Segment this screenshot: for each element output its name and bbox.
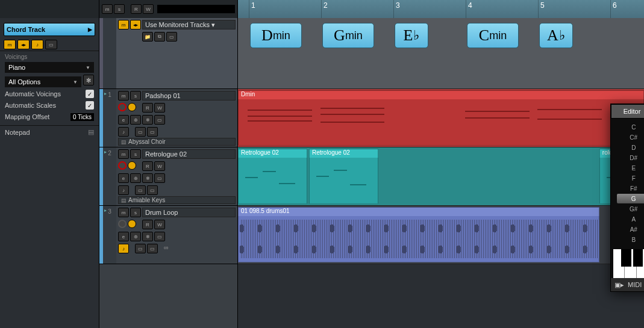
pad-button[interactable]: ▭ (147, 244, 158, 253)
chord-lane[interactable]: DminGminE♭CminA♭ (238, 18, 644, 89)
monitored-tracks-select[interactable]: Use Monitored Tracks ▾ (142, 20, 236, 29)
r-auto[interactable]: R (142, 161, 153, 171)
note-button[interactable]: ♪ (118, 244, 129, 253)
chord-cell[interactable]: A# (617, 224, 644, 234)
voicing-options-select[interactable]: All Options▼ (5, 76, 81, 87)
chord-event[interactable]: A♭ (539, 23, 573, 48)
track-monitor[interactable]: ◂▸ (130, 20, 141, 29)
w-auto[interactable]: W (154, 103, 165, 113)
auto-scales-checkbox[interactable]: ✓ (86, 101, 94, 110)
track-row[interactable]: ▸3 msDrum Loop RW e⊕❄▭ ♪▭▭∞ (99, 206, 237, 264)
r-auto[interactable]: R (142, 103, 153, 113)
edit-button[interactable]: e (118, 232, 129, 241)
mapping-offset-value[interactable]: 0 Ticks (70, 113, 94, 121)
clip-retro-1[interactable]: Retrologue 02 (238, 149, 307, 204)
voicing-preset-select[interactable]: Piano▼ (5, 62, 94, 73)
r-button[interactable]: R (131, 4, 142, 14)
inspector-track-name[interactable]: Chord Track ▶ (4, 23, 95, 36)
freeze-button[interactable]: ❄ (142, 232, 153, 241)
notepad-header: Notepad (5, 129, 30, 136)
lane-button[interactable]: ▭ (154, 173, 165, 183)
insert-name[interactable]: Abyssal Choir (118, 138, 236, 146)
w-button[interactable]: W (143, 4, 154, 14)
pad-button[interactable]: ▭ (147, 185, 158, 195)
ch-button[interactable]: ⊕ (130, 232, 141, 241)
insert-name[interactable]: Amiable Keys (118, 196, 236, 204)
chord-event[interactable]: Dmin (250, 23, 302, 48)
track-lane-3[interactable]: 01 098.5 drums01 (238, 206, 644, 264)
lock-button[interactable]: ▭ (166, 32, 177, 42)
monitor-button[interactable] (128, 161, 136, 170)
track-solo[interactable]: s (130, 91, 141, 101)
record-button[interactable] (118, 161, 127, 170)
chord-cell[interactable]: F (617, 173, 644, 183)
chord-cell[interactable]: G (617, 194, 644, 203)
link-button[interactable]: ⧉ (154, 32, 165, 42)
lock-button[interactable]: ▭ (135, 244, 146, 253)
w-auto[interactable]: W (154, 220, 165, 229)
w-auto[interactable]: W (154, 161, 165, 171)
track-solo[interactable]: s (130, 208, 141, 217)
track-mute[interactable]: m (118, 91, 129, 101)
track-name-field[interactable]: Drum Loop (142, 208, 236, 217)
chord-cell[interactable]: B (617, 235, 644, 244)
chord-cell[interactable]: C (617, 122, 644, 132)
freeze-button[interactable]: ❄ (142, 173, 153, 183)
lane-button[interactable]: ▭ (154, 232, 165, 241)
monitor-button[interactable] (128, 103, 136, 111)
track-name-field[interactable]: Padshop 01 (142, 91, 236, 101)
chord-cell[interactable]: D# (617, 153, 644, 162)
folder-button[interactable]: 📁 (142, 32, 153, 42)
chord-cell[interactable]: A (617, 214, 644, 224)
clip-retro-2[interactable]: Retrologue 02 (309, 149, 378, 204)
monitor-button[interactable] (128, 220, 136, 228)
note-button[interactable]: ♪ (31, 40, 43, 49)
m-button[interactable]: m (102, 4, 113, 14)
note-button[interactable]: ♪ (118, 185, 129, 195)
track-lane-1[interactable]: Dmin (238, 89, 644, 147)
chord-event[interactable]: Gmin (322, 23, 374, 48)
track-solo[interactable]: s (130, 149, 141, 159)
chord-cell[interactable]: C# (617, 132, 644, 142)
clip-drums[interactable]: 01 098.5 drums01 (238, 207, 599, 262)
track-mute[interactable]: m (118, 149, 129, 159)
ch-button[interactable]: ⊕ (130, 173, 141, 183)
clip-padshop[interactable]: Dmin (238, 90, 644, 146)
lane-button[interactable]: ▭ (154, 115, 165, 125)
ch-button[interactable]: ⊕ (130, 115, 141, 125)
record-button[interactable] (118, 103, 127, 111)
edit-button[interactable]: e (118, 115, 129, 125)
track-mute[interactable]: m (118, 20, 129, 29)
track-name-field[interactable]: Retrologue 02 (142, 149, 236, 159)
notepad-icon[interactable]: ▤ (88, 128, 94, 136)
chord-event[interactable]: E♭ (395, 23, 428, 48)
auto-voicings-checkbox[interactable]: ✓ (86, 90, 94, 98)
chord-cell[interactable]: E (617, 163, 644, 173)
lock-button[interactable]: ▭ (45, 40, 57, 49)
lock-button[interactable]: ▭ (135, 185, 146, 195)
chord-cell[interactable]: F# (617, 184, 644, 193)
timeline-ruler[interactable]: 123456 (238, 0, 644, 18)
piano-keyboard[interactable] (613, 249, 644, 278)
s-button[interactable]: s (114, 4, 125, 14)
chord-track-header[interactable]: m ◂▸ Use Monitored Tracks ▾ 📁 ⧉ ▭ (99, 18, 237, 89)
mute-button[interactable]: m (4, 40, 16, 49)
chord-cell[interactable]: D (617, 143, 644, 152)
track-mute[interactable]: m (118, 208, 129, 217)
record-button[interactable] (118, 220, 127, 228)
arrange-area[interactable]: 123456 DminGminE♭CminA♭ Dmin Retrologue … (238, 0, 644, 328)
voicing-settings-button[interactable]: ✻ (83, 75, 94, 85)
note-button[interactable]: ♪ (118, 127, 129, 137)
pad-button[interactable]: ▭ (147, 127, 158, 137)
chord-event[interactable]: Cmin (467, 23, 519, 48)
freeze-button[interactable]: ❄ (142, 115, 153, 125)
r-auto[interactable]: R (142, 220, 153, 229)
lock-button[interactable]: ▭ (135, 127, 146, 137)
edit-button[interactable]: e (118, 173, 129, 183)
track-row[interactable]: ▸2 msRetrologue 02 RW e⊕❄▭ ♪▭▭ Amiable K… (99, 147, 237, 206)
track-row[interactable]: ▸1 msPadshop 01 RW e⊕❄▭ ♪▭▭ Abyssal Choi… (99, 89, 237, 147)
solo-button[interactable]: ◂▸ (17, 40, 30, 49)
chord-cell[interactable]: G# (617, 204, 644, 214)
track-lane-2[interactable]: Retrologue 02 Retrologue 02 rologue 02 (238, 147, 644, 206)
editor-tab[interactable]: Editor (611, 104, 644, 119)
